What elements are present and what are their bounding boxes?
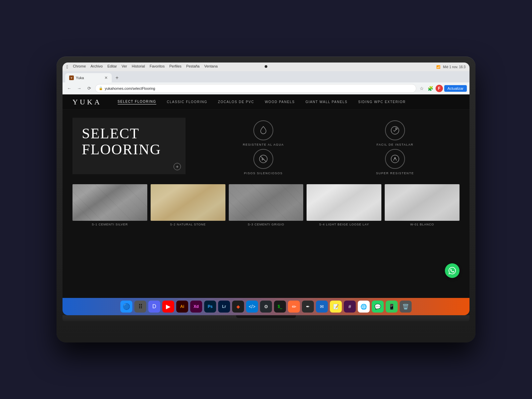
nav-wood-panels[interactable]: WOOD PANELS (265, 100, 295, 104)
reload-button[interactable]: ⟳ (85, 84, 93, 92)
url-text: yukahomes.com/selectFlooring (105, 86, 155, 90)
os-menu-ventana[interactable]: Ventana (204, 64, 217, 69)
super-resistant-icon (385, 149, 405, 169)
browser-tab[interactable]: Y Yuka ✕ (65, 73, 112, 82)
nav-giant-wall[interactable]: GIANT WALL PANELS (306, 100, 348, 104)
dock-launchpad[interactable]: ⠿ (134, 301, 146, 313)
product-s3-label: S-3 CEMENTI GRIGIO (229, 223, 304, 226)
os-menu-perfiles[interactable]: Perfiles (169, 64, 182, 69)
dock-whatsapp[interactable]: 💬 (372, 301, 384, 313)
dock-illustrator[interactable]: Ai (176, 301, 188, 313)
dock-lightroom[interactable]: Lr (218, 301, 230, 313)
site-main-content: SELECT FLOORING + (63, 110, 469, 298)
screen-content:  Chrome Archivo Editar Ver Historial Fa… (63, 63, 469, 315)
tab-bar: Y Yuka ✕ + (63, 71, 469, 82)
dock-xd[interactable]: Xd (190, 301, 202, 313)
tab-close-button[interactable]: ✕ (104, 75, 108, 80)
feature-super-resistant: SUPER RESISTENTE (331, 149, 460, 175)
product-w1-label: W-01 BLANCO (385, 223, 460, 226)
product-s4[interactable]: S-4 LIGHT BEIGE LOOSE LAY (307, 184, 381, 226)
url-bar[interactable]: 🔒 yukahomes.com/selectFlooring (95, 84, 416, 93)
product-s4-image (307, 184, 381, 221)
dock-slack[interactable]: # (344, 301, 356, 313)
os-time: Mié 1 nov. 16:3 (443, 65, 466, 69)
os-apple-menu[interactable]:  (66, 64, 68, 69)
os-menu-chrome[interactable]: Chrome (73, 64, 86, 69)
screen-bezel:  Chrome Archivo Editar Ver Historial Fa… (63, 63, 469, 315)
silent-floors-label: PISOS SILENCIOSOS (244, 172, 283, 175)
hero-title-line1: SELECT (82, 126, 176, 142)
hero-title-line2: FLOORING (82, 142, 176, 158)
macbook-foot (236, 315, 296, 318)
hero-section: SELECT FLOORING + (63, 110, 469, 182)
profile-icon[interactable]: F (436, 85, 443, 92)
dock-pencil[interactable]: ✏ (288, 301, 300, 313)
os-wifi-icon: 📶 (436, 65, 440, 69)
features-grid: RESISTENTE AL AGUA (199, 118, 460, 178)
dock-vscode[interactable]: </> (246, 301, 258, 313)
product-w1[interactable]: W-01 BLANCO (385, 184, 460, 226)
ssl-lock-icon: 🔒 (99, 86, 103, 90)
extensions-icon[interactable]: 🧩 (427, 85, 434, 92)
dock-notes[interactable]: 📝 (330, 301, 342, 313)
os-menu-bar:  Chrome Archivo Editar Ver Historial Fa… (66, 64, 218, 69)
dock-pencil2[interactable]: ✒ (302, 301, 314, 313)
os-menu-archivo[interactable]: Archivo (90, 64, 103, 69)
dock-phone[interactable]: 📱 (386, 301, 398, 313)
dock-discord[interactable]: D (148, 301, 160, 313)
product-s1[interactable]: S-1 CEMENTI SILVER (72, 184, 147, 226)
tab-favicon: Y (69, 75, 74, 80)
nav-classic-flooring[interactable]: CLASSIC FLOORING (167, 100, 207, 104)
feature-silent-floors: PISOS SILENCIOSOS (199, 149, 328, 175)
dock-finder[interactable]: 🔵 (120, 301, 132, 313)
dock-youtube[interactable]: ▶ (162, 301, 174, 313)
product-s4-label: S-4 LIGHT BEIGE LOOSE LAY (307, 223, 381, 226)
os-menu-favoritos[interactable]: Favoritos (150, 64, 165, 69)
nav-select-flooring[interactable]: SELECT FLOORING (118, 100, 156, 104)
whatsapp-button[interactable] (445, 263, 460, 278)
water-resistant-label: RESISTENTE AL AGUA (243, 143, 284, 146)
product-s3-image (229, 184, 304, 221)
dock-trash[interactable]: 🗑️ (400, 301, 412, 313)
nav-siding-wpc[interactable]: SIDING WPC EXTERIOR (358, 100, 406, 104)
dock-terminal[interactable]: $_ (274, 301, 286, 313)
feature-water-resistant: RESISTENTE AL AGUA (199, 120, 328, 146)
easy-install-label: FACIL DE INSTALAR (376, 143, 413, 146)
product-s3[interactable]: S-3 CEMENTI GRIGIO (229, 184, 304, 226)
water-resistant-icon (253, 120, 273, 140)
hero-title-box: SELECT FLOORING + (72, 118, 186, 174)
site-logo[interactable]: YUKA (72, 98, 102, 106)
os-menu-editar[interactable]: Editar (107, 64, 117, 69)
site-navigation: YUKA SELECT FLOORING CLASSIC FLOORING ZO… (63, 94, 469, 110)
dock-figma[interactable]: ◆ (232, 301, 244, 313)
forward-button[interactable]: → (75, 84, 83, 92)
hero-plus-button[interactable]: + (174, 163, 181, 170)
feature-easy-install: FACIL DE INSTALAR (331, 120, 460, 146)
browser-toolbar-right: ☆ 🧩 F Actualizar (418, 85, 467, 92)
refresh-button[interactable]: Actualizar (444, 85, 467, 92)
bookmark-icon[interactable]: ☆ (418, 85, 426, 92)
product-s2[interactable]: S-2 NATURAL STONE (151, 184, 225, 226)
products-section: S-1 CEMENTI SILVER S-2 NATURAL STONE S-3… (63, 182, 469, 230)
new-tab-button[interactable]: + (112, 73, 122, 82)
dock-mail[interactable]: ✉ (316, 301, 328, 313)
dock-chrome[interactable]: 🌐 (358, 301, 370, 313)
dock-github[interactable]: ⚙ (260, 301, 272, 313)
nav-zocalos[interactable]: ZOCALOS DE PVC (218, 100, 254, 104)
back-button[interactable]: ← (65, 84, 73, 92)
super-resistant-label: SUPER RESISTENTE (376, 172, 414, 175)
os-menu-historial[interactable]: Historial (132, 64, 145, 69)
os-menu-ver[interactable]: Ver (122, 64, 127, 69)
product-w1-image (385, 184, 460, 221)
dock-photoshop[interactable]: Ps (204, 301, 216, 313)
macbook-shell:  Chrome Archivo Editar Ver Historial Fa… (57, 57, 475, 342)
os-menu-pestana[interactable]: Pestaña (186, 64, 200, 69)
hero-title: SELECT FLOORING (82, 126, 176, 158)
product-s1-label: S-1 CEMENTI SILVER (72, 223, 147, 226)
dock: 🔵 ⠿ D ▶ Ai Xd Ps Lr ◆ </> ⚙ $_ ✏ ✒ ✉ 📝 (63, 298, 469, 315)
product-s1-image (72, 184, 147, 221)
macbook-bottom (63, 315, 469, 321)
camera (265, 65, 267, 68)
product-s2-image (151, 184, 225, 221)
website-content: YUKA SELECT FLOORING CLASSIC FLOORING ZO… (63, 94, 469, 315)
